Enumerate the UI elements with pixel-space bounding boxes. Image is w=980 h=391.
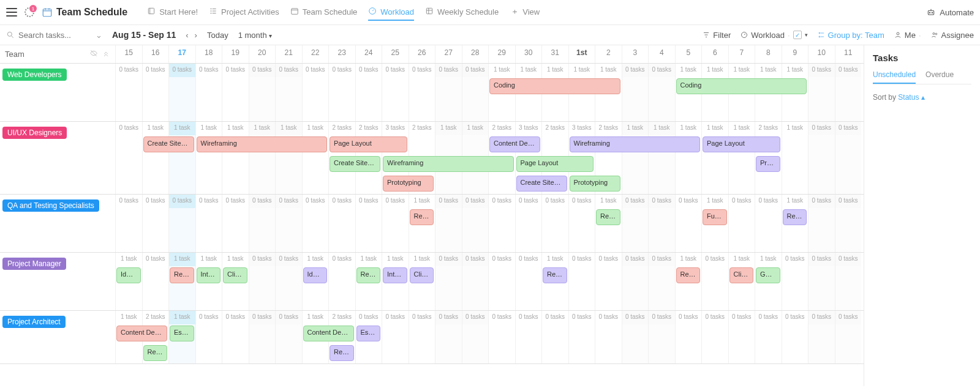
task-bar[interactable]: Content Devel...	[116, 326, 167, 341]
task-bar[interactable]: Coding	[676, 78, 807, 94]
svg-rect-1	[149, 8, 154, 13]
tab-project-activities[interactable]: Project Activities	[209, 4, 279, 21]
search-box[interactable]	[6, 31, 86, 40]
task-bar[interactable]: Wireframing	[197, 136, 328, 152]
task-bar[interactable]: Estab...	[356, 326, 381, 341]
count-cell: 1 task	[622, 122, 649, 135]
day-header: 10	[808, 45, 835, 63]
task-bar[interactable]: Page Layout	[516, 156, 594, 172]
sort-value[interactable]: Status ▴	[898, 93, 924, 102]
task-bar[interactable]: Clien...	[223, 267, 247, 283]
task-bar[interactable]: Content Devel...	[303, 326, 354, 341]
task-bar[interactable]: Coding	[489, 78, 620, 94]
task-bar[interactable]: Revi...	[783, 209, 807, 225]
count-cell: 0 tasks	[328, 64, 355, 77]
count-cell: 0 tasks	[675, 195, 702, 208]
task-bar[interactable]: Clien...	[410, 267, 434, 283]
workload-grid: Team 15161718192021222324252627282930311…	[0, 45, 864, 386]
task-bar[interactable]: Create Sitemap	[143, 136, 194, 152]
task-bar[interactable]: Create Sitemap	[516, 176, 567, 192]
task-bar[interactable]: Revie...	[410, 209, 434, 225]
hamburger-menu[interactable]	[6, 8, 17, 17]
count-cell: 0 tasks	[462, 311, 489, 324]
count-cell: 0 tasks	[808, 64, 835, 77]
today-button[interactable]: Today	[207, 31, 228, 40]
range-selector[interactable]: 1 month ▾	[238, 31, 273, 40]
count-cell: 0 tasks	[755, 311, 782, 324]
task-bar[interactable]: Revie...	[596, 209, 620, 225]
task-bar[interactable]: Clien...	[729, 267, 754, 283]
task-bar[interactable]: Prototyping	[383, 176, 434, 192]
task-bar[interactable]: Wireframing	[383, 156, 514, 172]
gauge-icon	[741, 31, 748, 39]
task-bar[interactable]: Rese...	[143, 345, 168, 361]
day-header: 16	[142, 45, 169, 63]
day-header: 26	[409, 45, 435, 63]
tab-weekly-schedule[interactable]: Weekly Schedule	[425, 4, 499, 21]
count-cell: 0 tasks	[222, 64, 249, 77]
add-view-button[interactable]: ＋ View	[511, 4, 540, 21]
task-bar[interactable]: Revie...	[676, 267, 701, 283]
page-title: Team Schedule	[42, 7, 127, 18]
workload-checkbox[interactable]: ✓	[793, 31, 802, 39]
tab-workload[interactable]: Workload	[368, 4, 414, 21]
task-bar[interactable]: Inter...	[197, 267, 221, 283]
task-bar[interactable]: Revie...	[170, 267, 194, 283]
search-dropdown[interactable]: ⌄	[96, 31, 102, 40]
me-button[interactable]: Me ·	[894, 31, 921, 40]
tab-icon	[209, 7, 217, 17]
task-bar[interactable]: Create Sitemap	[330, 156, 380, 172]
svg-rect-0	[43, 9, 51, 17]
team-label[interactable]: Web Developers	[2, 69, 67, 81]
eye-off-icon[interactable]	[89, 49, 98, 59]
side-tab-unscheduled[interactable]: Unscheduled	[873, 70, 916, 84]
team-label[interactable]: Project Architect	[2, 316, 66, 328]
count-cell: 1 task	[541, 253, 568, 266]
count-cell: 1 task	[142, 122, 169, 135]
task-bar[interactable]: Ident...	[303, 267, 328, 283]
svg-rect-4	[426, 8, 432, 13]
group-icon	[818, 31, 825, 39]
day-header: 5	[675, 45, 702, 63]
count-cell: 1 task	[382, 253, 409, 266]
search-input[interactable]	[18, 31, 86, 40]
task-bar[interactable]: Wireframing	[570, 136, 701, 152]
count-cell: 2 tasks	[488, 122, 515, 135]
svg-point-7	[932, 12, 933, 13]
count-cell: 0 tasks	[168, 195, 195, 208]
task-bar[interactable]: Revie...	[543, 267, 567, 283]
team-label[interactable]: QA and Testing Specialists	[2, 199, 99, 212]
prev-arrow[interactable]: ‹	[186, 31, 188, 40]
count-cell: 0 tasks	[808, 122, 835, 135]
task-bar[interactable]: Estab...	[170, 326, 194, 341]
workload-button[interactable]: Workload · ✓ ▾	[741, 31, 807, 40]
collapse-all-icon[interactable]	[102, 49, 110, 59]
group-by-button[interactable]: Group by: Team	[818, 31, 884, 40]
task-bar[interactable]: Content Devel...	[489, 136, 540, 152]
filter-button[interactable]: Filter	[703, 31, 731, 40]
task-bar[interactable]: Inter...	[383, 267, 407, 283]
count-cell: 0 tasks	[808, 195, 835, 208]
task-bar[interactable]: Rese...	[330, 345, 354, 361]
next-arrow[interactable]: ›	[195, 31, 197, 40]
team-label[interactable]: UI/UX Designers	[2, 127, 67, 139]
svg-rect-5	[929, 10, 934, 15]
day-header: 19	[222, 45, 249, 63]
task-bar[interactable]: Page Layout	[703, 136, 780, 152]
team-label[interactable]: Project Manager	[2, 258, 66, 270]
task-bar[interactable]: Ident...	[116, 267, 141, 283]
task-bar[interactable]: Full r...	[703, 209, 727, 225]
tab-start-here-[interactable]: Start Here!	[147, 4, 198, 21]
count-cell: 1 task	[701, 195, 728, 208]
task-bar[interactable]: Prototyping	[756, 156, 780, 172]
task-bar[interactable]: Go Li...	[756, 267, 780, 283]
automate-button[interactable]: Automate	[926, 7, 974, 17]
tab-team-schedule[interactable]: Team Schedule	[290, 4, 358, 21]
task-lane: CodingCoding	[115, 77, 864, 97]
task-bar[interactable]: Page Layout	[330, 136, 407, 152]
assignee-button[interactable]: Assignee	[931, 31, 974, 40]
side-tab-overdue[interactable]: Overdue	[925, 70, 954, 84]
task-bar[interactable]: Revie...	[356, 267, 381, 283]
task-bar[interactable]: Prototyping	[570, 176, 620, 192]
count-cell: 0 tasks	[488, 311, 515, 324]
